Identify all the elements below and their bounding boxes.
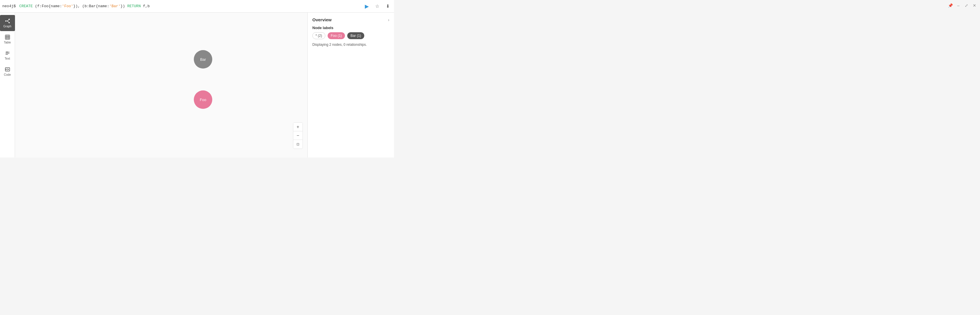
prompt-prefix: neo4j$: [2, 4, 16, 8]
text-label: Text: [5, 57, 10, 60]
label-foo-text: Foo (1): [331, 34, 342, 38]
node-foo[interactable]: Foo: [194, 90, 212, 109]
node-labels-badges: * (2) Foo (1) Bar (1): [312, 32, 389, 39]
code-label: Code: [4, 73, 11, 76]
svg-rect-7: [5, 35, 10, 40]
sidebar-item-code[interactable]: Code: [0, 63, 15, 79]
panel-description: Displaying 2 nodes, 0 relationships.: [312, 43, 389, 47]
node-f-open: (f:Foo{name:: [33, 4, 62, 8]
right-panel: Overview › Node labels * (2) Foo (1) Bar…: [307, 13, 394, 157]
graph-icon: [5, 18, 10, 24]
node-labels-heading: Node labels: [312, 25, 389, 30]
string-foo: 'Foo': [62, 4, 73, 8]
svg-line-20: [7, 70, 9, 70]
favorite-button[interactable]: ☆: [373, 2, 381, 10]
label-badge-bar[interactable]: Bar (1): [347, 32, 364, 39]
run-query-button[interactable]: ▶: [363, 2, 371, 10]
node-bar-label: Bar: [200, 57, 206, 62]
node-b-open: }), (b:Bar{name:: [73, 4, 109, 8]
table-label: Table: [4, 41, 11, 44]
text-icon: [5, 51, 10, 56]
node-close: }): [121, 4, 125, 8]
toolbar-actions: ▶ ☆ ⬇: [363, 2, 391, 10]
string-bar: 'Bar': [109, 4, 121, 8]
table-icon: [5, 34, 10, 40]
svg-line-6: [8, 21, 9, 22]
query-editor[interactable]: neo4j$ CREATE (f:Foo{name: 'Foo' }), (b:…: [2, 4, 391, 8]
graph-label: Graph: [3, 25, 11, 28]
sidebar-item-text[interactable]: Text: [0, 47, 15, 63]
graph-canvas[interactable]: Bar Foo + − ⊡: [15, 13, 307, 157]
code-icon: [5, 66, 10, 72]
sidebar-item-table[interactable]: Table: [0, 31, 15, 47]
zoom-out-button[interactable]: −: [293, 131, 302, 140]
svg-point-0: [5, 21, 6, 22]
node-bar[interactable]: Bar: [194, 50, 212, 68]
return-vars: f,b: [143, 4, 150, 8]
keyword-return: RETURN: [127, 4, 141, 8]
panel-header: Overview ›: [312, 17, 389, 22]
node-labels-section: Node labels * (2) Foo (1) Bar (1): [312, 25, 389, 39]
zoom-in-button[interactable]: +: [293, 123, 302, 131]
label-all-text: * (2): [315, 34, 322, 38]
main-area: Graph Table Text: [0, 13, 394, 157]
node-foo-label: Foo: [200, 98, 206, 102]
keyword-create: CREATE: [19, 4, 33, 8]
svg-line-5: [8, 20, 9, 21]
query-toolbar: neo4j$ CREATE (f:Foo{name: 'Foo' }), (b:…: [0, 0, 394, 13]
sidebar: Graph Table Text: [0, 13, 15, 157]
label-bar-text: Bar (1): [350, 34, 361, 38]
sidebar-item-graph[interactable]: Graph: [0, 15, 15, 31]
zoom-controls: + − ⊡: [293, 122, 303, 149]
label-badge-all[interactable]: * (2): [312, 32, 325, 39]
fit-to-screen-button[interactable]: ⊡: [293, 140, 302, 149]
panel-title: Overview: [312, 17, 332, 22]
panel-expand-icon[interactable]: ›: [388, 17, 389, 22]
download-button[interactable]: ⬇: [383, 2, 391, 10]
label-badge-foo[interactable]: Foo (1): [328, 32, 345, 39]
